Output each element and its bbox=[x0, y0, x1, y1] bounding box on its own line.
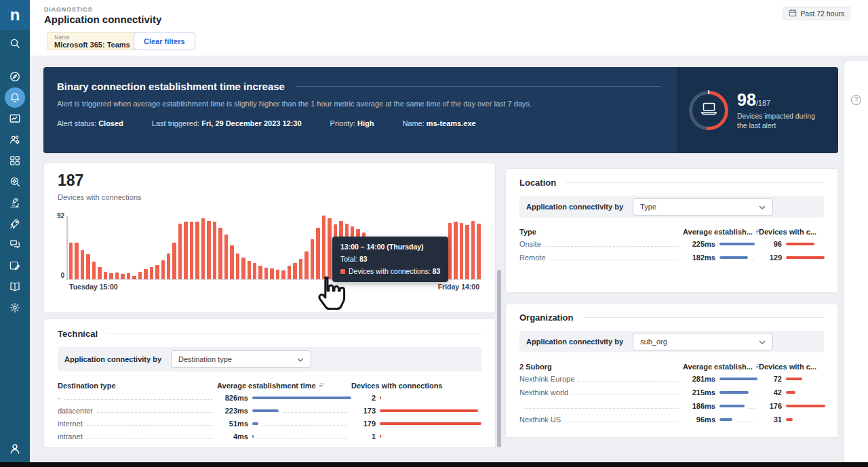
chart-bar[interactable] bbox=[115, 272, 119, 279]
chart-bar[interactable] bbox=[288, 266, 291, 279]
chart-bar[interactable] bbox=[454, 222, 457, 279]
name-filter-chip[interactable]: Name Microsoft 365: Teams bbox=[47, 32, 138, 50]
clear-filters-button[interactable]: Clear filters bbox=[134, 33, 195, 49]
chart-bar[interactable] bbox=[248, 261, 251, 279]
chart-bar[interactable] bbox=[224, 235, 228, 279]
chart-bar[interactable] bbox=[207, 221, 210, 279]
sidebar-item-alerts[interactable] bbox=[0, 87, 30, 108]
alert-priority: Priority: High bbox=[330, 119, 374, 127]
chart-bar[interactable] bbox=[75, 243, 78, 279]
table-row: Nexthink world215ms42 bbox=[519, 386, 824, 399]
sidebar-item-account[interactable] bbox=[0, 442, 30, 458]
chart-bar[interactable] bbox=[264, 268, 268, 279]
divider bbox=[566, 182, 824, 183]
organization-dropdown-value: sub_org bbox=[640, 338, 667, 346]
sidebar-item-engage[interactable] bbox=[0, 234, 30, 255]
help-icon[interactable]: ? bbox=[851, 95, 861, 105]
chart-bar[interactable] bbox=[230, 245, 233, 279]
organization-dimension-dropdown[interactable]: sub_org bbox=[633, 333, 773, 350]
chart-bar[interactable] bbox=[281, 270, 285, 279]
chart-bar[interactable] bbox=[460, 223, 463, 279]
sidebar-item-settings[interactable] bbox=[0, 297, 30, 318]
page-title: Application connectivity bbox=[44, 14, 161, 25]
chart-bar[interactable] bbox=[155, 265, 159, 279]
chart-bar[interactable] bbox=[184, 222, 187, 279]
chart-bar[interactable] bbox=[270, 268, 273, 279]
time-range-button[interactable]: Past 72 hours bbox=[783, 7, 850, 20]
sort-icon[interactable] bbox=[319, 382, 325, 390]
organization-table-rows: Nexthink Europe281ms72Nexthink world215m… bbox=[519, 372, 824, 426]
chart-bar[interactable] bbox=[448, 223, 452, 279]
name-filter-value: Microsoft 365: Teams bbox=[54, 41, 130, 49]
chart-bar[interactable] bbox=[69, 243, 73, 279]
nexthink-logo[interactable]: n bbox=[0, 0, 30, 30]
chart-bar[interactable] bbox=[253, 263, 256, 279]
chevron-down-icon bbox=[759, 338, 766, 346]
sidebar-item-monitoring[interactable] bbox=[0, 108, 30, 129]
impact-gauge bbox=[689, 91, 728, 130]
table-row: Remote182ms129 bbox=[519, 251, 824, 264]
topbar: DIAGNOSTICS Application connectivity Nam… bbox=[30, 0, 868, 56]
sidebar-item-applications[interactable] bbox=[0, 150, 30, 171]
chart-bar[interactable] bbox=[471, 221, 475, 279]
chart-bar[interactable] bbox=[276, 270, 279, 279]
sidebar-item-overview[interactable] bbox=[0, 66, 30, 87]
location-filter-label: Application connectivity by bbox=[526, 203, 623, 211]
investigate-icon bbox=[5, 171, 25, 192]
chart-bar[interactable] bbox=[104, 272, 107, 279]
sidebar-item-library[interactable] bbox=[0, 276, 30, 297]
chart-bar[interactable] bbox=[293, 263, 296, 279]
chart-bar[interactable] bbox=[465, 225, 469, 279]
alert-status: Alert status: Closed bbox=[57, 119, 123, 127]
cursor-pointer-hand bbox=[314, 273, 351, 315]
chart-bar[interactable] bbox=[236, 253, 239, 279]
dashboard-chart-icon bbox=[5, 108, 25, 129]
vertical-scrollbar[interactable] bbox=[497, 270, 501, 447]
divider bbox=[583, 317, 824, 318]
chart-bar[interactable] bbox=[195, 222, 199, 279]
chart-bar[interactable] bbox=[201, 218, 205, 279]
chart-bar[interactable] bbox=[178, 224, 182, 279]
calendar-pen-icon bbox=[5, 256, 25, 276]
location-dropdown-value: Type bbox=[640, 203, 656, 211]
chart-bar[interactable] bbox=[299, 259, 302, 279]
chart-bar[interactable] bbox=[109, 273, 113, 279]
chart-bar[interactable] bbox=[304, 251, 308, 279]
chart-bar[interactable] bbox=[213, 222, 216, 279]
chart-bar[interactable] bbox=[218, 228, 222, 279]
chart-bar[interactable] bbox=[316, 228, 319, 279]
chart-bar[interactable] bbox=[167, 253, 170, 279]
chart-bar[interactable] bbox=[81, 250, 84, 279]
chart-bar[interactable] bbox=[121, 274, 124, 279]
chart-bar[interactable] bbox=[144, 269, 147, 279]
chart-bar[interactable] bbox=[172, 243, 176, 279]
sidebar-item-experiments[interactable] bbox=[0, 192, 30, 213]
sidebar-item-investigations[interactable] bbox=[0, 171, 30, 192]
technical-table-rows: -826ms2datacenter223ms173internet51ms179… bbox=[58, 391, 481, 443]
sidebar-item-launch[interactable] bbox=[0, 213, 30, 234]
chart-bar[interactable] bbox=[150, 267, 153, 279]
chart-bar[interactable] bbox=[258, 266, 262, 279]
chart-bar[interactable] bbox=[92, 262, 96, 279]
table-row: Onsite225ms96 bbox=[519, 237, 824, 251]
impact-count: 98/187 bbox=[737, 90, 822, 110]
chart-bar[interactable] bbox=[132, 276, 136, 279]
breadcrumb: DIAGNOSTICS bbox=[44, 6, 92, 13]
alert-banner-main: Binary connection establishment time inc… bbox=[43, 67, 677, 153]
chart-bar[interactable] bbox=[328, 218, 331, 279]
chart-bar[interactable] bbox=[477, 224, 480, 279]
chart-bar[interactable] bbox=[98, 267, 101, 279]
location-dimension-dropdown[interactable]: Type bbox=[633, 198, 773, 216]
devices-total: 187 bbox=[58, 171, 83, 190]
chart-bar[interactable] bbox=[86, 254, 90, 279]
sidebar-item-persona[interactable] bbox=[0, 129, 30, 150]
sidebar-item-search[interactable] bbox=[0, 30, 30, 57]
technical-dimension-dropdown[interactable]: Destination type bbox=[171, 350, 311, 368]
chart-bar[interactable] bbox=[241, 258, 245, 279]
chart-bar[interactable] bbox=[138, 272, 142, 279]
chart-bar[interactable] bbox=[161, 260, 165, 279]
chart-bar[interactable] bbox=[322, 216, 326, 279]
chart-bar[interactable] bbox=[127, 273, 130, 279]
chart-bar[interactable] bbox=[190, 222, 193, 279]
sidebar-item-remote-actions[interactable] bbox=[0, 255, 30, 276]
